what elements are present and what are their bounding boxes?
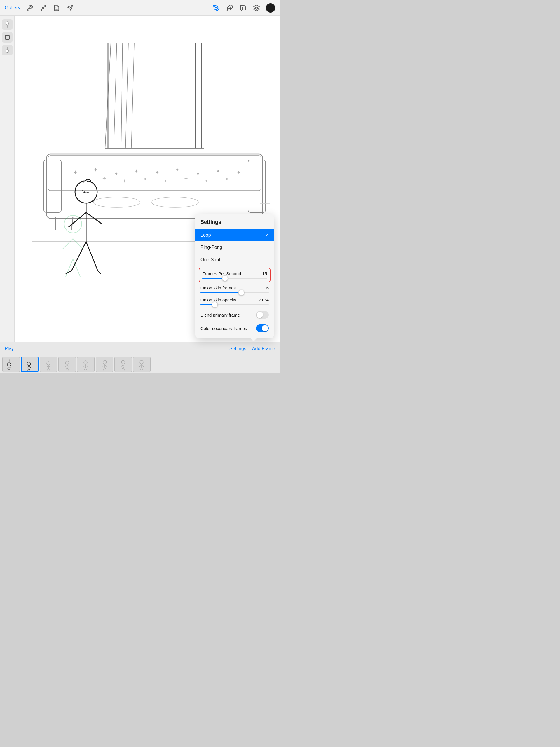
- svg-line-102: [85, 367, 87, 370]
- user-avatar[interactable]: [266, 3, 275, 12]
- svg-rect-14: [5, 35, 9, 40]
- svg-text:✦: ✦: [134, 169, 138, 174]
- blend-primary-toggle[interactable]: [256, 311, 269, 319]
- loop-option[interactable]: Loop ✓: [195, 229, 274, 241]
- color-secondary-toggle[interactable]: [256, 325, 269, 332]
- svg-line-95: [66, 367, 67, 370]
- onion-frames-slider[interactable]: [201, 292, 269, 293]
- onion-opacity-slider[interactable]: [201, 304, 269, 305]
- svg-line-114: [123, 367, 125, 370]
- adjustments-icon[interactable]: [39, 4, 47, 12]
- toolbar-right: [212, 3, 275, 12]
- svg-text:✦: ✦: [155, 169, 160, 176]
- svg-line-83: [28, 368, 29, 370]
- svg-text:✦: ✦: [93, 167, 98, 173]
- svg-line-113: [122, 367, 123, 370]
- svg-point-1: [44, 5, 46, 6]
- blend-primary-knob: [256, 312, 263, 318]
- color-secondary-label: Color secondary frames: [201, 326, 247, 331]
- svg-point-2: [41, 9, 42, 10]
- svg-line-84: [29, 368, 30, 370]
- svg-line-78: [9, 368, 10, 370]
- wrench-icon[interactable]: [26, 4, 34, 12]
- opacity-slider-vertical[interactable]: [2, 19, 12, 30]
- frame-thumb-4[interactable]: [58, 357, 76, 372]
- one-shot-option[interactable]: One Shot: [195, 254, 274, 266]
- svg-line-94: [67, 365, 69, 367]
- layers-icon[interactable]: [252, 4, 261, 12]
- svg-line-99: [83, 365, 85, 367]
- fps-row: Frames Per Second 15: [202, 271, 267, 276]
- one-shot-label: One Shot: [201, 257, 220, 262]
- loop-checkmark: ✓: [265, 232, 269, 238]
- send-icon[interactable]: [66, 4, 74, 12]
- settings-title: Settings: [195, 219, 274, 229]
- ping-pong-label: Ping-Pong: [201, 245, 222, 250]
- frame-thumb-5[interactable]: [77, 357, 95, 372]
- svg-line-88: [48, 366, 50, 367]
- settings-button[interactable]: Settings: [229, 346, 246, 351]
- frame-thumb-3[interactable]: [40, 357, 57, 372]
- frame-thumb-2[interactable]: [21, 357, 39, 372]
- svg-text:✦: ✦: [114, 171, 119, 177]
- svg-line-90: [48, 368, 50, 370]
- frame-thumb-1[interactable]: [2, 357, 20, 372]
- svg-line-120: [142, 367, 143, 370]
- frame-thumb-7[interactable]: [114, 357, 132, 372]
- svg-text:✦: ✦: [204, 179, 208, 183]
- frame-thumb-8[interactable]: [133, 357, 151, 372]
- ping-pong-option[interactable]: Ping-Pong: [195, 241, 274, 254]
- svg-line-107: [103, 367, 105, 370]
- ink-tool-icon[interactable]: [226, 4, 234, 12]
- script-icon[interactable]: [53, 4, 61, 12]
- fps-slider-thumb[interactable]: [222, 276, 228, 281]
- frame-thumb-6[interactable]: [96, 357, 113, 372]
- toolbar-left: Gallery: [5, 4, 212, 12]
- svg-line-108: [105, 367, 106, 370]
- onion-frames-value: 6: [266, 285, 269, 290]
- brush-size-slider[interactable]: [2, 45, 12, 55]
- svg-point-97: [84, 361, 87, 364]
- fps-value: 15: [262, 271, 267, 276]
- svg-point-85: [47, 362, 50, 365]
- bottom-right-actions: Settings Add Frame: [229, 346, 275, 351]
- checkbox-tool[interactable]: [2, 32, 12, 43]
- svg-line-75: [7, 367, 9, 368]
- svg-line-117: [139, 365, 142, 367]
- onion-frames-thumb[interactable]: [238, 290, 244, 295]
- fps-label: Frames Per Second: [202, 271, 241, 276]
- svg-line-118: [142, 365, 144, 367]
- add-frame-button[interactable]: Add Frame: [252, 346, 275, 351]
- svg-point-79: [27, 362, 31, 366]
- color-secondary-row: Color secondary frames: [195, 321, 274, 335]
- svg-line-111: [121, 365, 123, 367]
- eraser-tool-icon[interactable]: [239, 4, 247, 12]
- svg-line-87: [47, 366, 48, 367]
- gallery-button[interactable]: Gallery: [5, 5, 20, 11]
- svg-point-0: [42, 7, 44, 9]
- top-toolbar: Gallery: [0, 0, 280, 16]
- svg-text:✦: ✦: [184, 176, 188, 181]
- onion-frames-label: Onion skin frames: [201, 285, 236, 290]
- blend-primary-label: Blend primary frame: [201, 312, 240, 317]
- fps-slider-track[interactable]: [202, 278, 267, 279]
- onion-skin-opacity-row: Onion skin opacity 21 %: [195, 296, 274, 308]
- svg-text:✦: ✦: [163, 179, 167, 183]
- svg-text:✦: ✦: [196, 171, 201, 177]
- onion-skin-frames-row: Onion skin frames 6: [195, 284, 274, 296]
- pen-tool-icon[interactable]: [212, 4, 220, 12]
- svg-text:✦: ✦: [143, 176, 147, 182]
- svg-line-82: [29, 366, 31, 368]
- svg-line-119: [140, 367, 142, 370]
- svg-line-93: [65, 365, 67, 367]
- onion-opacity-thumb[interactable]: [212, 302, 218, 308]
- fps-section: Frames Per Second 15: [199, 267, 271, 282]
- svg-text:✦: ✦: [225, 176, 229, 182]
- svg-line-77: [8, 368, 9, 370]
- svg-text:✦: ✦: [102, 176, 106, 181]
- play-button[interactable]: Play: [5, 346, 14, 351]
- color-secondary-knob: [262, 325, 268, 332]
- svg-line-106: [105, 365, 107, 367]
- onion-frames-fill: [201, 292, 241, 293]
- svg-text:✦: ✦: [216, 169, 220, 174]
